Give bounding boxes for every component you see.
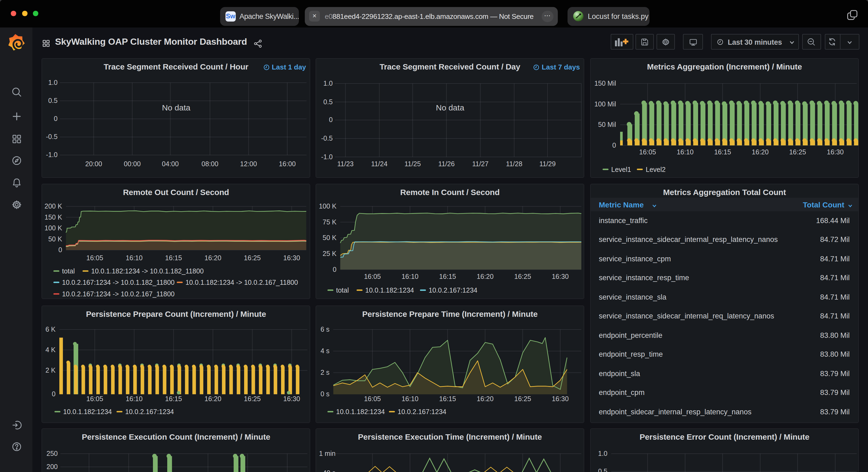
- svg-text:16:20: 16:20: [476, 272, 494, 280]
- svg-text:16:30: 16:30: [283, 395, 301, 403]
- svg-text:16:15: 16:15: [165, 254, 182, 261]
- svg-text:00:00: 00:00: [124, 160, 141, 168]
- svg-text:08:00: 08:00: [202, 160, 219, 168]
- svg-text:16:30: 16:30: [283, 254, 301, 261]
- svg-text:2 K: 2 K: [45, 366, 56, 374]
- svg-text:11/26: 11/26: [438, 160, 455, 168]
- svg-text:12:00: 12:00: [240, 160, 257, 168]
- svg-text:1.0: 1.0: [323, 79, 333, 87]
- svg-text:0.5: 0.5: [48, 97, 58, 104]
- svg-text:-1.0: -1.0: [46, 151, 58, 159]
- svg-text:16:15: 16:15: [439, 272, 456, 280]
- svg-text:1.0: 1.0: [48, 79, 58, 86]
- svg-text:0.5: 0.5: [598, 467, 608, 472]
- svg-text:50 K: 50 K: [49, 235, 63, 242]
- svg-text:16:20: 16:20: [476, 395, 494, 403]
- svg-text:16:30: 16:30: [827, 148, 844, 156]
- svg-text:150 K: 150 K: [45, 213, 63, 221]
- svg-text:11/25: 11/25: [404, 160, 421, 168]
- svg-text:0: 0: [333, 265, 337, 273]
- svg-text:0: 0: [612, 141, 616, 149]
- svg-text:11/28: 11/28: [506, 160, 523, 168]
- svg-text:10.0.1.182:1234 -> 10.0.2.167_: 10.0.1.182:1234 -> 10.0.2.167_11800: [186, 278, 298, 286]
- svg-text:100 Mil: 100 Mil: [594, 100, 616, 108]
- svg-text:16:25: 16:25: [244, 254, 261, 261]
- svg-text:2 s: 2 s: [320, 369, 329, 376]
- svg-text:10.0.2.167:1234: 10.0.2.167:1234: [125, 408, 174, 415]
- svg-text:16:15: 16:15: [714, 148, 731, 156]
- svg-text:10.0.2.167:1234 -> 10.0.1.182_: 10.0.2.167:1234 -> 10.0.1.182_11800: [62, 278, 175, 286]
- svg-text:100 K: 100 K: [319, 202, 337, 210]
- svg-text:6 s: 6 s: [320, 326, 329, 333]
- svg-text:16:05: 16:05: [364, 395, 381, 403]
- svg-text:4 s: 4 s: [320, 347, 329, 355]
- svg-text:16:10: 16:10: [677, 148, 694, 156]
- svg-text:10.0.1.182:1234: 10.0.1.182:1234: [365, 286, 414, 294]
- svg-text:16:05: 16:05: [639, 148, 656, 156]
- svg-text:16:10: 16:10: [126, 254, 143, 261]
- svg-text:total: total: [62, 267, 75, 274]
- svg-text:0: 0: [54, 115, 58, 122]
- svg-text:16:20: 16:20: [205, 254, 222, 261]
- svg-text:16:10: 16:10: [402, 272, 418, 280]
- svg-text:75 K: 75 K: [322, 218, 337, 226]
- svg-text:16:05: 16:05: [87, 254, 103, 261]
- svg-text:16:25: 16:25: [244, 395, 261, 403]
- svg-text:50 Mil: 50 Mil: [598, 121, 616, 128]
- svg-text:0.5: 0.5: [323, 98, 333, 106]
- svg-text:16:25: 16:25: [789, 148, 806, 156]
- svg-text:16:10: 16:10: [126, 395, 143, 403]
- svg-text:4 K: 4 K: [45, 346, 56, 353]
- svg-text:40 s: 40 s: [323, 469, 336, 472]
- svg-text:11/29: 11/29: [539, 160, 556, 168]
- svg-text:16:00: 16:00: [279, 160, 296, 168]
- svg-text:0: 0: [59, 246, 62, 253]
- svg-text:16:30: 16:30: [552, 272, 569, 280]
- svg-text:-1.0: -1.0: [321, 153, 333, 161]
- svg-text:20:00: 20:00: [86, 160, 102, 168]
- svg-text:100 K: 100 K: [45, 224, 63, 231]
- svg-text:-0.5: -0.5: [46, 133, 58, 140]
- svg-text:16:20: 16:20: [205, 395, 222, 403]
- svg-text:200: 200: [46, 463, 58, 470]
- svg-text:6 K: 6 K: [45, 326, 56, 333]
- svg-text:10.0.1.182:1234 -> 10.0.1.182_: 10.0.1.182:1234 -> 10.0.1.182_11800: [91, 267, 204, 274]
- svg-text:10.0.1.182:1234: 10.0.1.182:1234: [63, 408, 112, 415]
- svg-text:11/27: 11/27: [472, 160, 489, 168]
- svg-text:16:10: 16:10: [402, 395, 418, 403]
- svg-text:16:05: 16:05: [364, 272, 381, 280]
- svg-text:total: total: [336, 286, 349, 294]
- svg-text:04:00: 04:00: [162, 160, 179, 168]
- svg-text:16:30: 16:30: [552, 395, 569, 403]
- svg-text:16:05: 16:05: [87, 395, 103, 403]
- svg-text:50 K: 50 K: [322, 234, 337, 241]
- svg-text:10.0.2.167:1234 -> 10.0.2.167_: 10.0.2.167:1234 -> 10.0.2.167_11800: [62, 290, 175, 297]
- svg-text:16:20: 16:20: [752, 148, 769, 156]
- svg-text:-0.5: -0.5: [321, 134, 333, 142]
- svg-text:200 K: 200 K: [45, 202, 63, 210]
- svg-text:150 Mil: 150 Mil: [594, 79, 616, 87]
- svg-text:11/23: 11/23: [337, 160, 353, 168]
- svg-text:0: 0: [52, 390, 56, 398]
- svg-text:10.0.1.182:1234: 10.0.1.182:1234: [336, 408, 385, 415]
- svg-text:25 K: 25 K: [322, 249, 337, 257]
- svg-text:10.0.2.167:1234: 10.0.2.167:1234: [429, 286, 477, 294]
- svg-text:Level1: Level1: [611, 166, 631, 173]
- svg-text:1.0: 1.0: [598, 450, 608, 457]
- svg-text:16:15: 16:15: [439, 395, 456, 403]
- svg-text:1 min: 1 min: [319, 450, 336, 457]
- svg-text:Level2: Level2: [646, 166, 666, 173]
- svg-text:250: 250: [46, 450, 58, 457]
- svg-text:0: 0: [329, 116, 333, 124]
- svg-text:16:25: 16:25: [515, 272, 531, 280]
- svg-text:16:15: 16:15: [165, 395, 182, 403]
- svg-text:0 s: 0 s: [320, 390, 329, 398]
- svg-text:10.0.2.167:1234: 10.0.2.167:1234: [398, 408, 446, 415]
- svg-text:11/24: 11/24: [371, 160, 388, 168]
- svg-text:16:25: 16:25: [515, 395, 531, 403]
